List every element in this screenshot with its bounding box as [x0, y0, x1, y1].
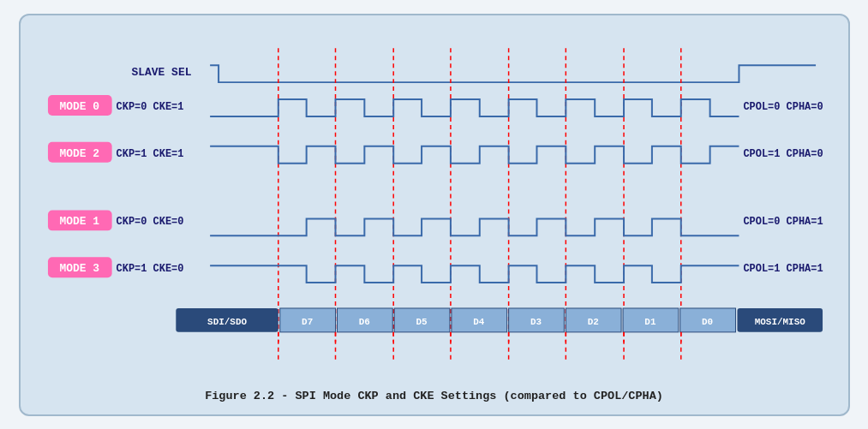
diagram-area: SLAVE SEL MODE 0 CKP=0 CKE=1 [39, 31, 829, 381]
d5-label: D5 [416, 316, 427, 326]
mode0-badge: MODE 0 [59, 99, 99, 112]
d4-label: D4 [473, 316, 485, 326]
d6-label: D6 [358, 316, 369, 326]
d3-label: D3 [530, 316, 542, 326]
mode3-ckp: CKP=1 CKE=0 [116, 263, 183, 275]
d7-label: D7 [302, 316, 313, 326]
slave-sel-label: SLAVE SEL [131, 66, 191, 79]
mode2-ckp: CKP=1 CKE=1 [116, 147, 183, 159]
d1-label: D1 [644, 316, 656, 326]
mosi-miso-label: MOSI/MISO [754, 316, 805, 326]
figure-caption: Figure 2.2 - SPI Mode CKP and CKE Settin… [39, 390, 829, 402]
d2-label: D2 [587, 316, 598, 326]
sdi-sdo-label: SDI/SDO [207, 316, 247, 326]
mode0-cpol: CPOL=0 CPHA=0 [743, 100, 823, 112]
mode2-cpol: CPOL=1 CPHA=0 [743, 147, 823, 159]
mode2-badge: MODE 2 [59, 146, 99, 159]
mode0-ckp: CKP=0 CKE=1 [116, 100, 183, 112]
mode1-cpol: CPOL=0 CPHA=1 [743, 216, 823, 228]
mode3-badge: MODE 3 [59, 262, 99, 275]
mode1-ckp: CKP=0 CKE=0 [116, 216, 183, 228]
mode3-cpol: CPOL=1 CPHA=1 [743, 263, 823, 275]
diagram-container: SLAVE SEL MODE 0 CKP=0 CKE=1 [19, 14, 850, 416]
mode1-badge: MODE 1 [59, 215, 99, 228]
d0-label: D0 [702, 316, 713, 326]
